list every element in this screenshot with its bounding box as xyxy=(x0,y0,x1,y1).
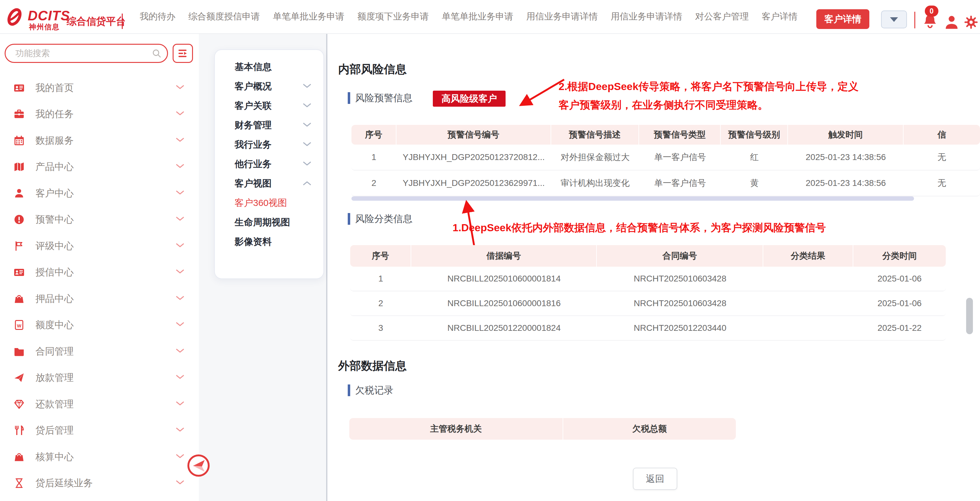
topbar-divider xyxy=(914,12,915,29)
subsidebar-item-7[interactable]: 客户360视图 xyxy=(215,193,323,213)
subsidebar-item-1[interactable]: 客户概况 xyxy=(215,77,323,96)
topnav-tab-5[interactable]: 用信业务申请详情 xyxy=(526,11,598,23)
chevron-down-icon xyxy=(890,17,898,22)
subsection-tax-arrears: 欠税记录 xyxy=(348,383,393,397)
sidebar-item-label: 我的首页 xyxy=(35,81,176,94)
sidebar-item-12[interactable]: 还款管理 xyxy=(0,391,199,417)
sidebar-item-label: 额度中心 xyxy=(35,318,176,331)
table2-cell: NRCHT2025010603428 xyxy=(597,291,763,315)
sidebar-item-7[interactable]: 授信中心 xyxy=(0,259,199,286)
vertical-scrollbar[interactable] xyxy=(966,298,973,334)
topnav-active-tab[interactable]: 客户详情 xyxy=(816,9,869,29)
sidebar-item-label: 核算中心 xyxy=(35,450,176,463)
table1-row-0[interactable]: 1YJBHYJXH_DGP20250123720812...对外担保金额过大单一… xyxy=(352,145,980,170)
sidebar-item-4[interactable]: 客户中心 xyxy=(0,180,199,207)
topnav-tab-7[interactable]: 对公客户管理 xyxy=(695,11,749,23)
table2-row-1[interactable]: 2NRCBILL2025010600001816NRCHT20250106034… xyxy=(350,291,946,316)
topnav-tab-8[interactable]: 客户详情 xyxy=(762,11,797,23)
table1-header-cell: 信 xyxy=(904,125,980,145)
tab-overflow-dropdown-button[interactable] xyxy=(881,11,907,29)
back-button[interactable]: 返回 xyxy=(633,468,677,490)
search-input[interactable] xyxy=(5,44,168,63)
subsidebar-item-label: 客户360视图 xyxy=(235,197,311,209)
sidebar-item-6[interactable]: 评级中心 xyxy=(0,233,199,259)
table2-row-2[interactable]: 3NRCBILL2025012200001824NRCHT20250122034… xyxy=(350,316,946,341)
chevron-down-icon xyxy=(176,111,184,117)
user-account-icon[interactable] xyxy=(944,15,959,30)
sidebar-item-13[interactable]: 贷后管理 xyxy=(0,417,199,444)
chevron-down-icon xyxy=(176,243,184,249)
topnav-tab-4[interactable]: 单笔单批业务申请 xyxy=(442,11,513,23)
chevron-down-icon xyxy=(176,480,184,486)
table1-row-1[interactable]: 2YJBHYJXH_DGP20250123629971...审计机构出现变化单一… xyxy=(352,170,980,196)
sidebar-item-label: 授信中心 xyxy=(35,266,176,279)
chevron-down-icon xyxy=(303,84,311,89)
subsidebar-item-0[interactable]: 基本信息 xyxy=(215,57,323,77)
chevron-down-icon xyxy=(176,85,184,91)
section-title-external-data: 外部数据信息 xyxy=(338,358,407,374)
sidebar-item-label: 产品中心 xyxy=(35,160,176,173)
sidebar-item-label: 预警中心 xyxy=(35,213,176,226)
topnav-tab-1[interactable]: 综合额度授信申请 xyxy=(188,11,260,23)
sidebar-item-0[interactable]: 我的首页 xyxy=(0,75,199,101)
sidebar-item-10[interactable]: 合同管理 xyxy=(0,338,199,365)
folder-icon xyxy=(14,346,24,357)
sidebar-item-15[interactable]: 贷后延续业务 xyxy=(0,470,199,497)
topnav-tab-3[interactable]: 额度项下业务申请 xyxy=(357,11,429,23)
sidebar-item-9[interactable]: W额度中心 xyxy=(0,312,199,339)
subsidebar-item-6[interactable]: 客户视图 xyxy=(215,174,323,193)
customer-view-panel: 基本信息客户概况客户关联财务管理我行业务他行业务客户视图客户360视图生命周期视… xyxy=(214,49,324,279)
sidebar-item-8[interactable]: 押品中心 xyxy=(0,285,199,312)
chevron-down-icon xyxy=(176,428,184,433)
sidebar-item-5[interactable]: 预警中心 xyxy=(0,207,199,233)
panel-collapse-button[interactable] xyxy=(186,453,211,478)
gear-icon[interactable] xyxy=(964,16,978,29)
table2-cell: NRCBILL2025012200001824 xyxy=(411,316,597,340)
sidebar-item-2[interactable]: 数据服务 xyxy=(0,127,199,154)
topnav-tab-0[interactable]: 我的待办 xyxy=(140,11,175,23)
main-content: 内部风险信息 风险预警信息 高风险级客户 2.根据DeepSeek传导策略，将客… xyxy=(328,34,980,501)
search-icon xyxy=(152,49,161,58)
table2-cell: 2025-01-06 xyxy=(853,267,946,291)
subsection-risk-warning: 风险预警信息 xyxy=(348,91,412,105)
sidebar-item-3[interactable]: 产品中心 xyxy=(0,154,199,180)
topnav-tab-2[interactable]: 单笔单批业务申请 xyxy=(273,11,344,23)
subsidebar-item-9[interactable]: 影像资料 xyxy=(215,232,323,251)
notification-count-badge: 0 xyxy=(925,6,939,17)
sidebar-item-label: 贷后延续业务 xyxy=(35,477,176,490)
sidebar-item-1[interactable]: 我的任务 xyxy=(0,101,199,128)
table1-cell: 2 xyxy=(352,170,396,196)
sidebar-item-14[interactable]: 核算中心 xyxy=(0,444,199,470)
table2-header-cell: 分类时间 xyxy=(853,245,946,267)
chevron-down-icon xyxy=(176,296,184,302)
topnav-tab-6[interactable]: 用信业务申请详情 xyxy=(611,11,682,23)
subsidebar-item-4[interactable]: 我行业务 xyxy=(215,135,323,154)
table2-row-0[interactable]: 1NRCBILL2025010600001814NRCHT20250106034… xyxy=(350,267,946,291)
menu-collapse-button[interactable] xyxy=(173,44,193,63)
high-risk-customer-badge: 高风险级客户 xyxy=(433,91,506,107)
calendar-icon xyxy=(14,135,24,146)
chevron-down-icon xyxy=(303,162,311,167)
subsection-risk-classification: 风险分类信息 xyxy=(348,212,412,226)
table1-cell: 无 xyxy=(904,145,980,170)
horizontal-scrollbar[interactable] xyxy=(352,196,914,201)
brand-company-sub: 神州信息 xyxy=(29,22,60,32)
flag-icon xyxy=(14,241,24,251)
subsidebar-item-3[interactable]: 财务管理 xyxy=(215,116,323,135)
subsidebar-item-5[interactable]: 他行业务 xyxy=(215,154,323,174)
topnav-tabs: 我的待办综合额度授信申请单笔单批业务申请额度项下业务申请单笔单批业务申请用信业务… xyxy=(140,0,797,33)
table1-header-cell: 预警信号编号 xyxy=(396,125,550,145)
subsidebar-item-8[interactable]: 生命周期视图 xyxy=(215,213,323,232)
table2-cell xyxy=(763,267,853,291)
table1-cell: 红 xyxy=(721,145,788,170)
table1-header-cell: 序号 xyxy=(352,125,396,145)
idcard-icon xyxy=(14,267,24,277)
table2-header-cell: 借据编号 xyxy=(411,245,596,267)
dcits-logo-icon xyxy=(6,8,24,26)
brand-divider xyxy=(122,14,123,29)
subsidebar-item-label: 财务管理 xyxy=(235,119,303,132)
sidebar-item-11[interactable]: 放款管理 xyxy=(0,365,199,391)
table3-header-cell: 欠税总额 xyxy=(563,418,736,440)
subsidebar-item-2[interactable]: 客户关联 xyxy=(215,96,323,116)
subsidebar-item-label: 他行业务 xyxy=(235,158,303,170)
